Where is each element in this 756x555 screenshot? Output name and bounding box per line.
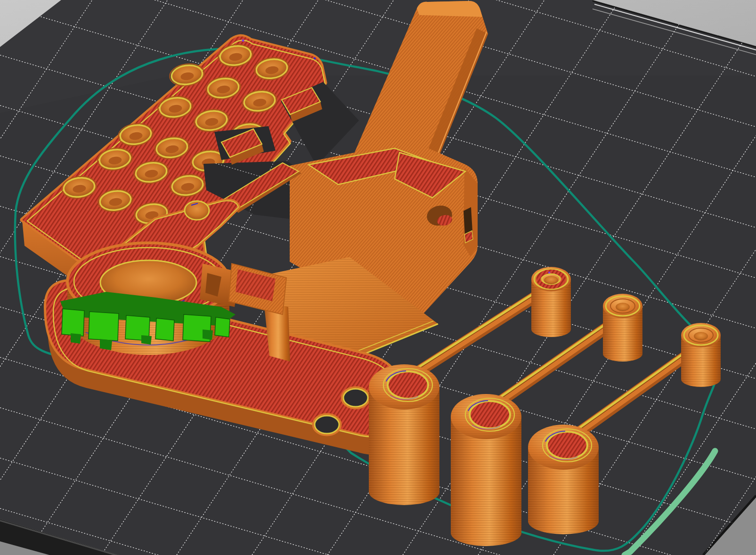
seam-mark	[314, 57, 316, 59]
support-pillar	[215, 317, 230, 337]
pin-large-cylinder	[528, 425, 599, 534]
pin-large-cylinder	[369, 364, 439, 505]
oblong-through-hole	[313, 414, 341, 435]
pin-small-cylinder	[603, 294, 642, 362]
support-pillar	[155, 318, 174, 341]
support-pillar	[62, 309, 84, 336]
pin-small-cylinder	[531, 267, 571, 337]
seam-mark	[242, 39, 244, 41]
oblong-through-hole	[342, 387, 369, 408]
slicer-3d-viewport[interactable]	[0, 0, 756, 555]
pin-small-cylinder	[681, 323, 721, 387]
pin-large-cylinder	[451, 394, 521, 546]
support-pillar	[89, 312, 119, 341]
seam-mark	[548, 272, 550, 273]
